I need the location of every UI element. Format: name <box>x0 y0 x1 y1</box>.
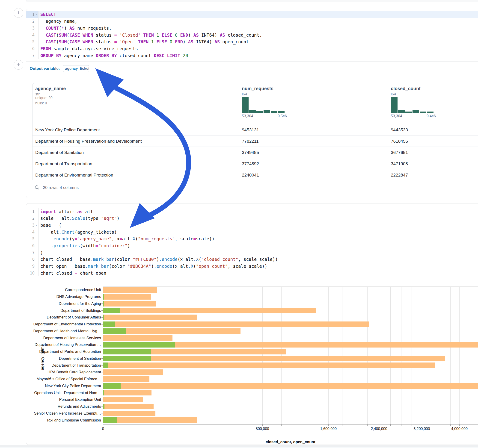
line-number: 6 <box>26 45 38 52</box>
y-tick-label: Taxi and Limousine Commission <box>32 417 101 423</box>
closed-count-bar <box>103 315 197 320</box>
code-line[interactable]: 7GROUP BY agency_name ORDER BY closed_co… <box>26 52 478 59</box>
output-variable-pill[interactable]: agency_tickets <box>63 65 89 72</box>
row-column-count: 20 rows, 4 columns <box>43 185 79 190</box>
y-tick-label: Department of Consumer Affairs <box>32 314 101 321</box>
closed-count-bar <box>103 417 197 423</box>
open-count-bar <box>103 342 175 348</box>
closed-count-bar <box>103 301 156 306</box>
table-cell: Department of Transportation <box>35 161 92 166</box>
code-text: .properties(width="container") <box>40 243 130 248</box>
line-number: 2 <box>26 18 38 25</box>
code-text: COUNT(*) AS num_requests, <box>40 25 112 31</box>
line-number: 3∨ <box>26 222 38 229</box>
code-text: SELECT <box>40 12 59 17</box>
table-row: Department of Transportation377489234719… <box>32 158 478 169</box>
y-tick-label: Department for the Aging <box>32 300 101 307</box>
code-text: CAST(SUM(CASE WHEN status = 'Open' THEN … <box>40 39 249 44</box>
code-line[interactable]: 3∨base = ( <box>26 222 478 229</box>
code-text: base = ( <box>40 223 62 228</box>
line-number: 5 <box>26 236 38 243</box>
chart-row: Mayorâ€ s Office of Special Enforce… <box>32 376 478 383</box>
code-line[interactable]: 9chart_open = base.mark_bar(color="#8BC3… <box>26 263 478 270</box>
chart-row: Department of Sanitation <box>32 355 478 362</box>
closed-count-bar <box>103 322 369 327</box>
open-count-bar <box>103 383 121 389</box>
collapse-chevron-icon[interactable]: ∨ <box>35 13 38 16</box>
table-cell: 9443533 <box>391 127 408 132</box>
results-table: agency_name str unique: 20 nulls: 0 num_… <box>32 83 478 181</box>
code-line[interactable]: 1import altair as alt <box>26 208 478 215</box>
x-tick-label: 0 <box>102 427 104 431</box>
chart-row: Operations Unit - Department of Hom… <box>32 389 478 396</box>
line-number: 7 <box>26 52 38 59</box>
code-line[interactable]: 5 .encode(y="agency_name", x=alt.X("num_… <box>26 236 478 243</box>
collapse-chevron-icon[interactable]: ∨ <box>35 224 38 227</box>
code-text: chart_open = base.mark_bar(color="#8BC34… <box>40 264 267 269</box>
chart-row: Taxi and Limousine Commission <box>32 417 478 423</box>
chart-row: Refunds and Adjustments <box>32 403 478 410</box>
code-line[interactable]: 2scale = alt.Scale(type="sqrt") <box>26 215 478 222</box>
code-text: .encode(y="agency_name", x=alt.X("num_re… <box>40 236 214 241</box>
table-cell: 3471908 <box>391 161 408 166</box>
chart-row: Department of Buildings <box>32 307 478 314</box>
chart-row: New York City Police Department <box>32 383 478 389</box>
sql-code-editor[interactable]: 1∨SELECT 2 agency_name,3 COUNT(*) AS num… <box>26 11 478 59</box>
bar-chart: Correspondence UnitDHS Advantage Program… <box>32 286 478 423</box>
code-text: agency_name, <box>40 19 77 24</box>
code-line[interactable]: 7) <box>26 249 478 256</box>
y-tick-label: Correspondence Unit <box>32 286 101 293</box>
code-line[interactable]: 2 agency_name, <box>26 18 478 25</box>
code-line[interactable]: 3 COUNT(*) AS num_requests, <box>26 25 478 31</box>
table-cell: Department of Sanitation <box>35 150 84 155</box>
closed-count-bar <box>103 287 157 293</box>
line-number: 9 <box>26 263 38 270</box>
x-tick-label: 1,600,000 <box>320 427 337 431</box>
chart-row: Personal Exemption Unit <box>32 396 478 403</box>
code-line[interactable]: 10chart_closed + chart_open <box>26 270 478 277</box>
python-code-editor[interactable]: 1import altair as alt2scale = alt.Scale(… <box>26 208 478 276</box>
y-tick-label: New York City Police Department <box>32 383 101 389</box>
closed-count-bar <box>103 411 155 416</box>
add-cell-button-top[interactable]: + <box>14 8 23 18</box>
closed-count-bar <box>103 308 316 313</box>
table-cell: 9453131 <box>242 127 259 132</box>
closed-count-bar <box>103 356 445 361</box>
open-count-bar <box>103 294 104 300</box>
code-line[interactable]: 4 alt.Chart(agency_tickets) <box>26 229 478 236</box>
code-line[interactable]: 5 CAST(SUM(CASE WHEN status = 'Open' THE… <box>26 38 478 45</box>
table-row: Department of Housing Preservation and D… <box>32 135 478 147</box>
add-cell-button-output[interactable]: + <box>14 60 23 70</box>
code-line[interactable]: 6FROM sample_data.nyc.service_requests <box>26 45 478 52</box>
table-cell: 2240041 <box>242 173 259 178</box>
closed-count-bar <box>103 390 151 395</box>
table-cell: 7782211 <box>242 139 259 144</box>
line-number: 6 <box>26 242 38 249</box>
line-number: 5 <box>26 38 38 45</box>
line-number: 4 <box>26 31 38 38</box>
code-line[interactable]: 6 .properties(width="container") <box>26 242 478 249</box>
chart-row: Department for the Aging <box>32 300 478 307</box>
code-line[interactable]: 1∨SELECT <box>26 11 478 18</box>
code-line[interactable]: 8chart_closed = base.mark_bar(color="#FF… <box>26 256 478 263</box>
code-text: chart_closed + chart_open <box>40 271 106 276</box>
text-cursor <box>59 12 59 17</box>
y-tick-label: Refunds and Adjustments <box>32 403 101 410</box>
code-text: chart_closed = base.mark_bar(color="#FFC… <box>40 257 278 262</box>
open-count-bar <box>103 322 115 327</box>
code-line[interactable]: 4 CAST(SUM(CASE WHEN status = 'Closed' T… <box>26 31 478 38</box>
chart-row: Correspondence Unit <box>32 286 478 293</box>
table-cell: Department of Environmental Protection <box>35 173 113 178</box>
open-count-bar <box>103 356 151 361</box>
chart-row: Senior Citizen Rent Increase Exempti… <box>32 410 478 417</box>
line-number: 7 <box>26 249 38 256</box>
chart-y-axis-title: agency_name <box>40 344 45 370</box>
next-cell-edge <box>0 445 478 447</box>
page-bottom-edge <box>0 447 478 448</box>
search-icon[interactable] <box>35 185 40 190</box>
x-tick-label: 3,200,000 <box>413 427 430 431</box>
closed-count-bar <box>103 362 435 368</box>
code-text: FROM sample_data.nyc.service_requests <box>40 46 138 51</box>
chart-row: Department of Homeless Services <box>32 334 478 341</box>
closed-count-bar <box>103 404 154 409</box>
